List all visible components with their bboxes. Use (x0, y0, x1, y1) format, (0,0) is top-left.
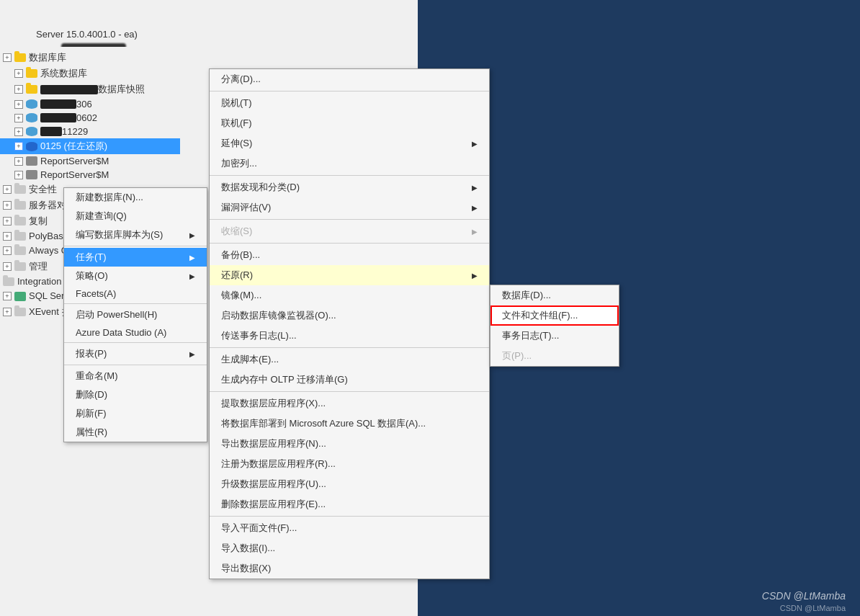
menu-item-tasks[interactable]: 任务(T) ▶ (64, 248, 207, 267)
expand-icon: + (14, 114, 23, 122)
context-menu-tasks: 分离(D)... 脱机(T) 联机(F) 延伸(S) ▶ 加密列... 数据发现… (209, 68, 490, 579)
submenu-arrow-icon: ▶ (472, 140, 478, 148)
expand-icon: + (3, 185, 12, 194)
menu-item-restore-files[interactable]: 文件和文件组(F)... (491, 305, 619, 326)
menu-item-restore-page[interactable]: 页(P)... (491, 346, 619, 366)
watermark-text-2: CSDN @LtMamba (780, 604, 846, 612)
submenu-arrow-icon: ▶ (189, 254, 195, 262)
menu-item-restore-log[interactable]: 事务日志(T)... (491, 326, 619, 346)
menu-item-delete-app[interactable]: 删除数据层应用程序(E)... (210, 494, 489, 514)
menu-label: 生成内存中 OLTP 迁移清单(G) (221, 373, 348, 386)
folder-icon (3, 277, 14, 286)
menu-label: 刷新(F) (76, 407, 107, 420)
menu-item-rename[interactable]: 重命名(M) (64, 367, 207, 385)
menu-item-import-flat[interactable]: 导入平面文件(F)... (210, 518, 489, 538)
menu-label: 属性(R) (76, 426, 107, 439)
db-icon (26, 156, 37, 166)
menu-item-backup[interactable]: 备份(B)... (210, 245, 489, 265)
sidebar-item-reportservertemp[interactable]: + ReportServer$M (0, 168, 180, 182)
sidebar-item-11229[interactable]: + 11229 (0, 125, 180, 138)
tree-label: 安全性 (29, 183, 57, 196)
expand-icon: + (3, 308, 12, 316)
menu-item-ship-transaction[interactable]: 传送事务日志(L)... (210, 326, 489, 346)
menu-label: 分离(D)... (221, 73, 261, 86)
menu-label: 备份(B)... (221, 249, 260, 262)
folder-icon (14, 262, 26, 271)
menu-item-vuln-assess[interactable]: 漏洞评估(V) ▶ (210, 197, 489, 218)
redacted (40, 99, 76, 109)
menu-item-data-discovery[interactable]: 数据发现和分类(D) ▶ (210, 177, 489, 197)
menu-item-facets[interactable]: Facets(A) (64, 285, 207, 302)
menu-item-encrypt-col[interactable]: 加密列... (210, 153, 489, 174)
watermark-csdn-2: CSDN @LtMamba (780, 604, 846, 612)
submenu-arrow-icon: ▶ (472, 228, 478, 236)
sidebar-item-reportserver[interactable]: + ReportServer$M (0, 154, 180, 168)
sidebar-item-system-db[interactable]: + 系统数据库 (0, 66, 180, 81)
sidebar-item-selected-db[interactable]: + 0125 (任左还原) (0, 138, 180, 154)
menu-separator (64, 303, 207, 304)
sidebar-item-306[interactable]: + 306 (0, 97, 180, 111)
menu-item-reports[interactable]: 报表(P) ▶ (64, 344, 207, 363)
menu-item-delete[interactable]: 删除(D) (64, 385, 207, 404)
menu-separator (210, 391, 489, 392)
menu-label: 报表(P) (76, 347, 107, 360)
redacted (40, 127, 62, 136)
menu-item-policies[interactable]: 策略(O) ▶ (64, 267, 207, 285)
expand-icon: + (14, 100, 23, 109)
menu-item-gen-script[interactable]: 生成脚本(E)... (210, 349, 489, 370)
menu-label: 脱机(T) (221, 97, 252, 110)
expand-icon: + (3, 217, 12, 226)
menu-label: Facets(A) (76, 288, 116, 299)
menu-item-mirror[interactable]: 镜像(M)... (210, 285, 489, 305)
menu-label: 导出数据(X) (221, 562, 271, 575)
menu-item-register-app[interactable]: 注册为数据层应用程序(R)... (210, 454, 489, 474)
menu-item-new-query[interactable]: 新建查询(Q) (64, 207, 207, 226)
menu-item-detach[interactable]: 分离(D)... (210, 69, 489, 89)
menu-item-extend[interactable]: 延伸(S) ▶ (210, 133, 489, 153)
menu-label: 数据库(D)... (502, 290, 551, 300)
menu-label: 将数据库部署到 Microsoft Azure SQL 数据库(A)... (221, 417, 426, 430)
menu-item-deploy-azure[interactable]: 将数据库部署到 Microsoft Azure SQL 数据库(A)... (210, 414, 489, 434)
redacted (40, 113, 76, 122)
menu-item-restore[interactable]: 还原(R) ▶ (210, 265, 489, 285)
menu-item-extract-app[interactable]: 提取数据层应用程序(X)... (210, 393, 489, 414)
expand-icon: + (14, 171, 23, 179)
menu-item-properties[interactable]: 属性(R) (64, 423, 207, 442)
db-icon (26, 170, 37, 179)
menu-item-export-app[interactable]: 导出数据层应用程序(N)... (210, 434, 489, 454)
menu-separator (210, 243, 489, 244)
tree-label: 复制 (29, 215, 48, 228)
menu-item-export-data[interactable]: 导出数据(X) (210, 558, 489, 579)
expand-icon: + (14, 157, 23, 166)
expand-icon: + (3, 232, 12, 241)
menu-separator (210, 91, 489, 91)
menu-item-script-db[interactable]: 编写数据库脚本为(S) ▶ (64, 226, 207, 244)
tree-root-databases[interactable]: + 数据库库 (0, 50, 180, 66)
db-icon (26, 113, 37, 122)
expand-icon: + (14, 142, 23, 151)
menu-separator (64, 365, 207, 365)
menu-label: 策略(O) (76, 269, 108, 282)
menu-item-upgrade-app[interactable]: 升级数据层应用程序(U)... (210, 474, 489, 494)
menu-item-import-data[interactable]: 导入数据(I)... (210, 538, 489, 558)
menu-item-powershell[interactable]: 启动 PowerShell(H) (64, 305, 207, 324)
tree-label-databases: 数据库库 (29, 51, 66, 64)
menu-item-start-mirror-monitor[interactable]: 启动数据库镜像监视器(O)... (210, 305, 489, 326)
menu-label: 页(P)... (502, 350, 532, 361)
expand-icon: + (14, 69, 23, 78)
folder-icon (14, 217, 26, 226)
menu-item-online[interactable]: 联机(F) (210, 113, 489, 133)
menu-item-refresh[interactable]: 刷新(F) (64, 404, 207, 423)
menu-item-restore-db[interactable]: 数据库(D)... (491, 285, 619, 305)
sidebar-item-db-snapshot[interactable]: + 数据库快照 (0, 81, 180, 97)
tree-label: ReportServer$M (40, 169, 109, 180)
menu-item-offline[interactable]: 脱机(T) (210, 93, 489, 113)
menu-label: 导出数据层应用程序(N)... (221, 437, 326, 450)
submenu-arrow-icon: ▶ (472, 272, 478, 280)
menu-item-gen-oltp[interactable]: 生成内存中 OLTP 迁移清单(G) (210, 370, 489, 390)
menu-label: 联机(F) (221, 117, 252, 130)
menu-item-shrink[interactable]: 收缩(S) ▶ (210, 221, 489, 241)
sidebar-item-0602[interactable]: + 0602 (0, 111, 180, 125)
menu-item-new-db[interactable]: 新建数据库(N)... (64, 188, 207, 207)
menu-item-azure-studio[interactable]: Azure Data Studio (A) (64, 324, 207, 341)
